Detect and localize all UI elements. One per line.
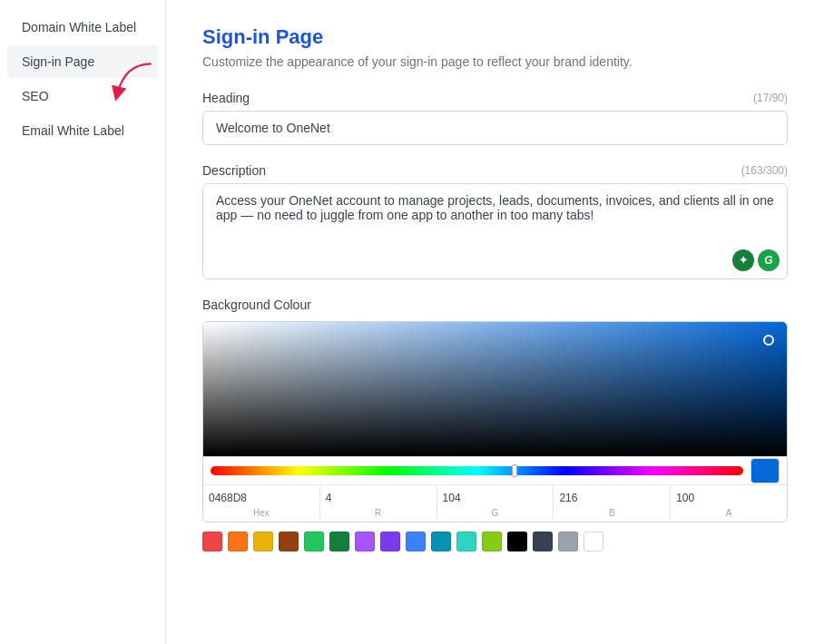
hue-bar-container	[211, 457, 743, 484]
color-swatch[interactable]	[533, 532, 553, 551]
description-counter: (163/300)	[741, 164, 788, 177]
heading-field-header: Heading (17/90)	[202, 91, 788, 105]
sidebar: Domain White Label Sign-in Page SEO Emai…	[0, 0, 166, 644]
description-field-header: Description (163/300)	[202, 163, 788, 178]
a-input[interactable]	[676, 490, 781, 506]
heading-counter: (17/90)	[753, 92, 788, 104]
r-input[interactable]	[326, 490, 431, 506]
color-swatch[interactable]	[507, 532, 527, 551]
color-swatch[interactable]	[228, 532, 248, 551]
hex-input-group: Hex	[203, 485, 320, 522]
heading-section: Heading (17/90)	[202, 91, 788, 145]
b-input[interactable]	[559, 490, 664, 506]
r-label: R	[326, 508, 431, 518]
page-title: Sign-in Page	[202, 25, 788, 49]
description-textarea-wrapper: Access your OneNet account to manage pro…	[202, 183, 788, 279]
color-swatch[interactable]	[355, 532, 375, 551]
background-colour-section: Background Colour Hex	[202, 298, 788, 555]
color-swatch[interactable]	[304, 532, 324, 551]
a-input-group: A	[671, 485, 787, 522]
hue-bar[interactable]	[211, 466, 743, 475]
color-swatch[interactable]	[253, 532, 273, 551]
color-swatch[interactable]	[202, 532, 222, 551]
color-swatch[interactable]	[482, 532, 502, 551]
color-swatch[interactable]	[380, 532, 400, 551]
hue-bar-thumb[interactable]	[512, 464, 517, 477]
g-label: G	[443, 508, 548, 518]
grammarly-icon-1: ✦	[732, 249, 754, 271]
textarea-icons: ✦ G	[732, 249, 780, 271]
page-subtitle: Customize the appearance of your sign-in…	[202, 54, 788, 69]
bg-colour-label: Background Colour	[202, 298, 788, 312]
color-picker-handle[interactable]	[763, 335, 774, 346]
r-input-group: R	[320, 485, 437, 522]
color-swatch[interactable]	[431, 532, 451, 551]
b-input-group: B	[554, 485, 671, 522]
color-swatch[interactable]	[406, 532, 426, 551]
alpha-swatch	[750, 458, 780, 483]
swatches-row	[202, 522, 788, 555]
g-input-group: G	[437, 485, 554, 522]
b-label: B	[559, 508, 664, 518]
sidebar-item-domain-white-label[interactable]: Domain White Label	[7, 11, 158, 44]
color-swatch[interactable]	[584, 532, 603, 551]
description-section: Description (163/300) Access your OneNet…	[202, 163, 788, 279]
hue-alpha-row	[203, 456, 787, 484]
color-swatch[interactable]	[558, 532, 578, 551]
color-gradient-area[interactable]	[203, 322, 787, 456]
g-input[interactable]	[443, 490, 548, 506]
description-textarea[interactable]: Access your OneNet account to manage pro…	[203, 184, 787, 275]
color-picker-container: Hex R G B A	[202, 321, 788, 522]
color-inputs-row: Hex R G B A	[203, 484, 787, 522]
hex-input[interactable]	[209, 490, 314, 506]
color-swatch[interactable]	[279, 532, 299, 551]
description-label: Description	[202, 163, 266, 178]
sidebar-item-sign-in-page[interactable]: Sign-in Page	[7, 45, 158, 78]
main-content: Sign-in Page Customize the appearance of…	[166, 0, 824, 644]
sidebar-item-email-white-label[interactable]: Email White Label	[7, 114, 158, 147]
hex-label: Hex	[209, 508, 314, 518]
a-label: A	[676, 508, 781, 518]
color-swatch[interactable]	[329, 532, 349, 551]
color-swatch[interactable]	[456, 532, 476, 551]
grammarly-icon-2: G	[758, 249, 780, 271]
sidebar-item-seo[interactable]: SEO	[7, 80, 158, 112]
heading-input[interactable]	[202, 111, 788, 145]
heading-label: Heading	[202, 91, 250, 105]
